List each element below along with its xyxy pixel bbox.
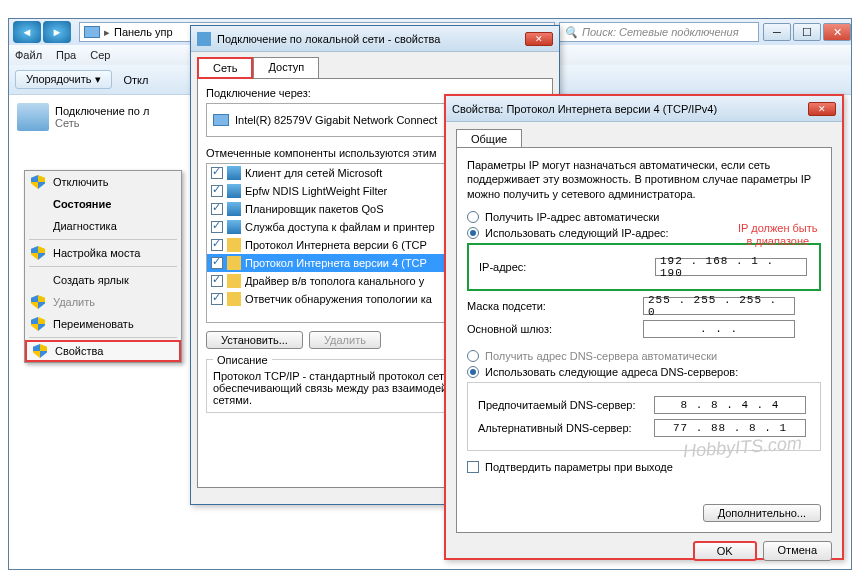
- connection-title: Подключение по л: [55, 105, 149, 117]
- ctx-properties[interactable]: Свойства: [25, 340, 181, 362]
- description-title: Описание: [213, 354, 272, 366]
- maximize-button[interactable]: ☐: [793, 23, 821, 41]
- tab-network[interactable]: Сеть: [197, 57, 253, 79]
- ok-button[interactable]: OK: [693, 541, 757, 561]
- checkbox[interactable]: [467, 461, 479, 473]
- connection-item[interactable]: Подключение по л Сеть: [9, 101, 184, 133]
- radio-use-dns[interactable]: Использовать следующие адреса DNS-сервер…: [467, 366, 821, 378]
- dialog-titlebar: Свойства: Протокол Интернета версии 4 (T…: [446, 96, 842, 122]
- network-adapter-icon: [17, 103, 49, 131]
- tab-access[interactable]: Доступ: [253, 57, 319, 79]
- ctx-delete[interactable]: Удалить: [25, 291, 181, 313]
- shield-icon: [31, 295, 45, 309]
- filter-icon: [227, 184, 241, 198]
- confirm-label: Подтвердить параметры при выходе: [485, 461, 673, 473]
- close-button[interactable]: ✕: [823, 23, 851, 41]
- info-text: Параметры IP могут назначаться автоматич…: [467, 158, 821, 201]
- confirm-checkbox-row[interactable]: Подтвердить параметры при выходе: [467, 461, 821, 473]
- driver-icon: [227, 274, 241, 288]
- search-icon: 🔍: [564, 26, 578, 39]
- network-icon: [197, 32, 211, 46]
- responder-icon: [227, 292, 241, 306]
- shield-icon: [31, 317, 45, 331]
- ctx-shortcut[interactable]: Создать ярлык: [25, 269, 181, 291]
- preferred-dns-label: Предпочитаемый DNS-сервер:: [478, 399, 654, 411]
- menu-services[interactable]: Сер: [90, 49, 110, 61]
- adapter-icon: [213, 114, 229, 126]
- back-button[interactable]: ◄: [13, 21, 41, 43]
- radio-icon: [467, 350, 479, 362]
- preferred-dns-field[interactable]: 8 . 8 . 4 . 4: [654, 396, 806, 414]
- gateway-field[interactable]: . . .: [643, 320, 795, 338]
- qos-icon: [227, 202, 241, 216]
- forward-button[interactable]: ►: [43, 21, 71, 43]
- radio-icon[interactable]: [467, 366, 479, 378]
- shield-icon: [31, 175, 45, 189]
- subnet-mask-label: Маска подсети:: [467, 300, 643, 312]
- dns-group: Предпочитаемый DNS-сервер: 8 . 8 . 4 . 4…: [467, 382, 821, 451]
- protocol-icon: [227, 256, 241, 270]
- checkbox[interactable]: [211, 239, 223, 251]
- search-input[interactable]: 🔍 Поиск: Сетевые подключения: [559, 22, 759, 42]
- radio-auto-dns: Получить адрес DNS-сервера автоматически: [467, 350, 821, 362]
- checkbox[interactable]: [211, 167, 223, 179]
- ctx-disable[interactable]: Отключить: [25, 171, 181, 193]
- remove-button[interactable]: Удалить: [309, 331, 381, 349]
- ctx-status[interactable]: Состояние: [25, 193, 181, 215]
- close-button[interactable]: ✕: [808, 102, 836, 116]
- close-button[interactable]: ✕: [525, 32, 553, 46]
- shield-icon: [33, 344, 47, 358]
- ctx-bridge[interactable]: Настройка моста: [25, 242, 181, 264]
- alternate-dns-field[interactable]: 77 . 88 . 8 . 1: [654, 419, 806, 437]
- checkbox[interactable]: [211, 203, 223, 215]
- annotation-note: IP должен быть в диапазоне: [738, 222, 818, 248]
- gateway-label: Основной шлюз:: [467, 323, 643, 335]
- chevron-right-icon: ▸: [104, 26, 110, 39]
- checkbox[interactable]: [211, 185, 223, 197]
- radio-icon[interactable]: [467, 227, 479, 239]
- advanced-button[interactable]: Дополнительно...: [703, 504, 821, 522]
- menu-file[interactable]: Файл: [15, 49, 42, 61]
- checkbox[interactable]: [211, 257, 223, 269]
- install-button[interactable]: Установить...: [206, 331, 303, 349]
- context-menu: Отключить Состояние Диагностика Настройк…: [24, 170, 182, 363]
- radio-icon[interactable]: [467, 211, 479, 223]
- subnet-mask-field[interactable]: 255 . 255 . 255 . 0: [643, 297, 795, 315]
- fileshare-icon: [227, 220, 241, 234]
- breadcrumb[interactable]: Панель упр: [114, 26, 173, 38]
- ip-address-label: IP-адрес:: [479, 261, 655, 273]
- checkbox[interactable]: [211, 275, 223, 287]
- menu-edit[interactable]: Пра: [56, 49, 76, 61]
- connections-pane: Подключение по л Сеть: [9, 95, 184, 139]
- ctx-rename[interactable]: Переименовать: [25, 313, 181, 335]
- alternate-dns-label: Альтернативный DNS-сервер:: [478, 422, 654, 434]
- checkbox[interactable]: [211, 221, 223, 233]
- ctx-diagnose[interactable]: Диагностика: [25, 215, 181, 237]
- shield-icon: [31, 246, 45, 260]
- search-placeholder: Поиск: Сетевые подключения: [582, 26, 739, 38]
- ip-address-field[interactable]: 192 . 168 . 1 . 190: [655, 258, 807, 276]
- client-icon: [227, 166, 241, 180]
- ip-address-group: IP-адрес: 192 . 168 . 1 . 190: [467, 243, 821, 291]
- ipv4-properties-dialog: Свойства: Протокол Интернета версии 4 (T…: [444, 94, 844, 560]
- dialog-title: Свойства: Протокол Интернета версии 4 (T…: [452, 103, 717, 115]
- adapter-name: Intel(R) 82579V Gigabit Network Connect: [235, 114, 437, 126]
- protocol-icon: [227, 238, 241, 252]
- dialog-titlebar: Подключение по локальной сети - свойства…: [191, 26, 559, 52]
- connection-subtitle: Сеть: [55, 117, 149, 129]
- checkbox[interactable]: [211, 293, 223, 305]
- tab-general[interactable]: Общие: [456, 129, 522, 148]
- minimize-button[interactable]: ─: [763, 23, 791, 41]
- folder-icon: [84, 26, 100, 38]
- cancel-button[interactable]: Отмена: [763, 541, 832, 561]
- organize-button[interactable]: Упорядочить ▾: [15, 70, 112, 89]
- disable-device-button[interactable]: Откл: [124, 74, 149, 86]
- dialog-title: Подключение по локальной сети - свойства: [217, 33, 440, 45]
